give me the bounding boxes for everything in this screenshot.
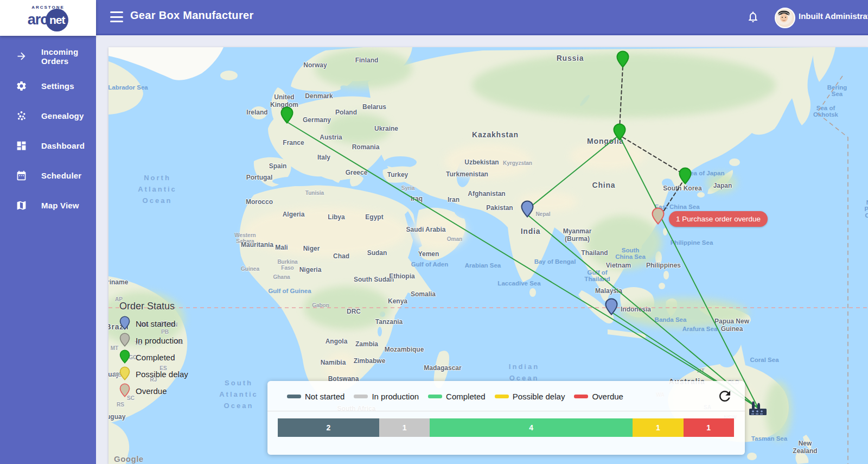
possible_delay-swatch: [495, 395, 509, 398]
panel-divider: [267, 411, 745, 411]
sidebar-item-label: Incoming Orders: [41, 47, 96, 66]
map-marker-completed[interactable]: [280, 106, 293, 126]
order-status-title: Order Status: [119, 301, 188, 312]
order-status-item-overdue: Overdue: [119, 383, 188, 399]
user-avatar[interactable]: [775, 8, 795, 28]
sidebar-item-incoming-orders[interactable]: Incoming Orders: [0, 41, 96, 71]
in_production-swatch: [354, 395, 368, 398]
panel-legend-item-completed: Completed: [428, 392, 486, 401]
sidebar-item-label: Genealogy: [41, 111, 84, 120]
route-line-dashed: [623, 137, 682, 173]
map-marker-not_started[interactable]: [605, 298, 618, 317]
bar-segment-in_production: 1: [379, 418, 430, 437]
order-status-item-completed: Completed: [119, 349, 188, 366]
order-status-item-in_production: In production: [119, 332, 188, 349]
status-panel-legend: Not started In production Completed Poss…: [287, 386, 633, 406]
sidebar-item-genealogy[interactable]: Genealogy: [0, 101, 96, 131]
notifications-bell-icon[interactable]: [746, 10, 760, 23]
sidebar-item-label: Settings: [41, 81, 74, 91]
bar-segment-not_started: 2: [278, 418, 379, 437]
bar-segment-overdue: 1: [684, 418, 734, 437]
panel-legend-item-in_production: In production: [354, 392, 419, 401]
menu-icon[interactable]: [110, 11, 123, 22]
user-name[interactable]: Inbuilt Administrator: [799, 11, 868, 21]
in_production-pin-icon: [119, 333, 130, 349]
completed-pin-icon: [119, 349, 130, 366]
status-stacked-bar: 21411: [278, 418, 734, 437]
calendar-icon: [16, 170, 27, 181]
map-marker-not_started[interactable]: [521, 200, 534, 220]
panel-legend-item-possible_delay: Possible delay: [495, 392, 565, 401]
order-status-legend: Order Status Not started In production C…: [117, 301, 188, 399]
sidebar-item-label: Dashboard: [41, 141, 85, 150]
route-line: [288, 123, 757, 406]
factory-icon[interactable]: [749, 401, 767, 418]
map-marker-completed[interactable]: [616, 50, 629, 70]
dateline: [817, 76, 848, 464]
map-marker-completed[interactable]: [613, 123, 626, 143]
bar-segment-possible_delay: 1: [633, 418, 683, 437]
sidebar-item-map-view[interactable]: Map View: [0, 190, 96, 220]
order-status-item-not_started: Not started: [119, 315, 188, 332]
overdue-swatch: [574, 395, 588, 398]
status-panel: Not started In production Completed Poss…: [267, 381, 745, 455]
overdue-pin-icon: [119, 383, 130, 399]
possible_delay-pin-icon: [119, 366, 130, 383]
sidebar-item-dashboard[interactable]: Dashboard: [0, 131, 96, 161]
refresh-icon[interactable]: [717, 388, 733, 404]
page-title: Gear Box Manufacturer: [130, 9, 253, 22]
top-bar: Gear Box Manufacturer Inbuilt Administra…: [0, 0, 868, 35]
map-marker-completed[interactable]: [679, 167, 692, 187]
logo-text-net: net: [49, 14, 65, 27]
overdue-tooltip: 1 Purchase order overdue: [669, 211, 768, 227]
route-line-dashed: [620, 67, 623, 129]
scatter-dots-icon: [16, 110, 27, 122]
content-area: Labrador SeaNorth Atlantic OceanSouth At…: [96, 35, 868, 464]
not_started-swatch: [287, 395, 301, 398]
sidebar-item-label: Map View: [41, 201, 79, 210]
not_started-pin-icon: [119, 316, 130, 332]
route-line: [529, 216, 757, 408]
world-map[interactable]: Labrador SeaNorth Atlantic OceanSouth At…: [108, 47, 868, 464]
route-line: [531, 137, 616, 207]
sidebar-item-scheduler[interactable]: Scheduler: [0, 161, 96, 190]
sidebar-nav: Incoming Orders Settings Genealogy Dashb…: [0, 36, 96, 464]
panel-legend-item-not_started: Not started: [287, 392, 344, 401]
order-status-item-possible_delay: Possible delay: [119, 366, 188, 383]
map-icon: [16, 200, 27, 211]
bar-segment-completed: 4: [430, 418, 633, 437]
panel-legend-item-overdue: Overdue: [574, 392, 623, 401]
logo-text-arc: arc: [28, 11, 48, 28]
gear-icon: [16, 80, 27, 92]
app-logo[interactable]: ARCSTONE arc net: [0, 0, 96, 36]
map-marker-overdue[interactable]: [652, 207, 665, 227]
arrow-right-icon: [16, 50, 27, 62]
completed-swatch: [428, 395, 442, 398]
dashboard-grid-icon: [16, 140, 27, 151]
logo-circle: net: [46, 9, 68, 31]
map-watermark: Google: [114, 454, 144, 463]
sidebar-item-label: Scheduler: [41, 171, 81, 180]
sidebar-item-settings[interactable]: Settings: [0, 71, 96, 101]
